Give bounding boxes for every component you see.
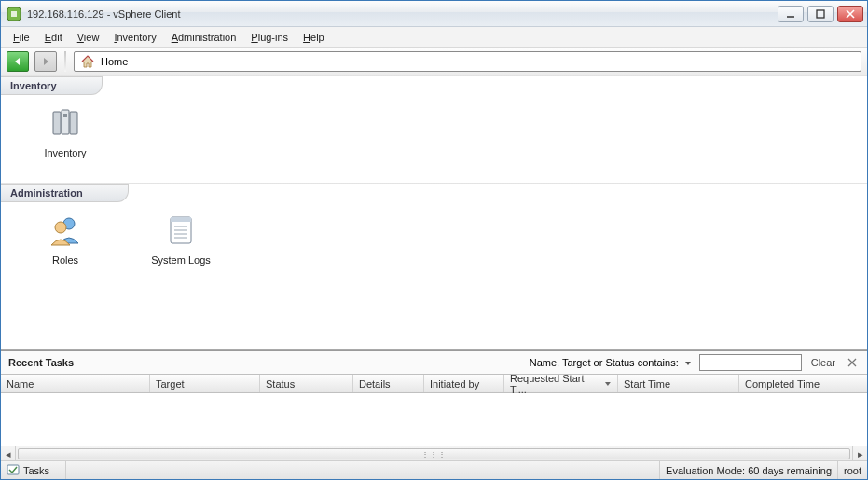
app-icon xyxy=(7,7,21,21)
grid-hscrollbar[interactable]: ◂ ⋮⋮⋮ ▸ xyxy=(1,446,867,460)
column-header[interactable]: Details xyxy=(353,375,424,392)
recent-tasks-close[interactable] xyxy=(845,355,860,370)
sort-desc-icon xyxy=(604,380,612,388)
scroll-left-icon[interactable]: ◂ xyxy=(1,446,16,461)
svg-rect-20 xyxy=(7,465,19,474)
filter-dropdown-icon[interactable] xyxy=(684,358,694,367)
recent-tasks-clear[interactable]: Clear xyxy=(807,357,839,368)
titlebar: 192.168.116.129 - vSphere Client xyxy=(1,1,867,27)
status-tasks-label: Tasks xyxy=(23,465,49,476)
nav-back-button[interactable] xyxy=(7,51,29,72)
section-administration: Administration Roles xyxy=(1,183,867,290)
column-header[interactable]: Start Time xyxy=(618,375,739,392)
launcher-roles-label: Roles xyxy=(52,254,78,266)
recent-tasks-grid: NameTargetStatusDetailsInitiated byReque… xyxy=(1,374,867,460)
launcher-inventory[interactable]: Inventory xyxy=(23,106,107,158)
toolbar-separator xyxy=(64,51,66,72)
grid-body xyxy=(1,393,867,446)
svg-rect-7 xyxy=(62,110,69,134)
menu-plugins[interactable]: Plug-ins xyxy=(244,30,295,45)
grid-header: NameTargetStatusDetailsInitiated byReque… xyxy=(1,375,867,393)
status-eval: Evaluation Mode: 60 days remaining xyxy=(660,461,838,479)
menubar: File Edit View Inventory Administration … xyxy=(1,27,867,48)
home-icon xyxy=(80,54,95,69)
section-administration-title: Administration xyxy=(1,184,129,202)
svg-rect-13 xyxy=(171,217,191,222)
svg-rect-1 xyxy=(11,11,17,17)
system-logs-icon xyxy=(164,213,198,249)
menu-file[interactable]: File xyxy=(7,30,36,45)
svg-rect-8 xyxy=(70,112,77,134)
recent-tasks-title: Recent Tasks xyxy=(8,357,74,368)
status-tasks[interactable]: Tasks xyxy=(1,461,66,479)
minimize-button[interactable] xyxy=(778,6,804,22)
roles-icon xyxy=(48,213,82,249)
recent-tasks-header: Recent Tasks Name, Target or Status cont… xyxy=(1,351,867,374)
scroll-right-icon[interactable]: ▸ xyxy=(852,446,867,461)
toolbar: Home xyxy=(1,48,867,75)
tasks-icon xyxy=(7,463,20,478)
section-inventory-title: Inventory xyxy=(1,76,103,95)
nav-forward-button[interactable] xyxy=(34,51,57,72)
launcher-system-logs-label: System Logs xyxy=(151,254,211,266)
window-buttons xyxy=(778,6,863,22)
menu-view[interactable]: View xyxy=(71,30,106,45)
menu-edit[interactable]: Edit xyxy=(38,30,69,45)
window-title: 192.168.116.129 - vSphere Client xyxy=(27,8,778,20)
status-user: root xyxy=(838,461,867,479)
svg-rect-9 xyxy=(63,114,67,117)
menu-inventory[interactable]: Inventory xyxy=(107,30,162,45)
close-button[interactable] xyxy=(837,6,863,22)
recent-tasks-panel: Recent Tasks Name, Target or Status cont… xyxy=(1,350,867,460)
section-inventory: Inventory Inventory xyxy=(1,75,867,183)
recent-tasks-filter-input[interactable] xyxy=(699,354,802,371)
column-header[interactable]: Initiated by xyxy=(424,375,504,392)
recent-tasks-filter-label: Name, Target or Status contains: xyxy=(530,357,679,368)
column-header[interactable]: Name xyxy=(1,375,150,392)
launcher-system-logs[interactable]: System Logs xyxy=(139,213,223,266)
svg-rect-6 xyxy=(53,112,61,134)
svg-rect-3 xyxy=(817,10,824,18)
launcher-roles[interactable]: Roles xyxy=(23,213,107,266)
column-header[interactable]: Completed Time xyxy=(739,375,849,392)
statusbar: Tasks Evaluation Mode: 60 days remaining… xyxy=(1,460,867,479)
content-area: Inventory Inventory Admini xyxy=(1,75,867,350)
column-header[interactable]: Target xyxy=(150,375,260,392)
menu-administration[interactable]: Administration xyxy=(165,30,243,45)
app-window: 192.168.116.129 - vSphere Client File Ed… xyxy=(0,0,868,480)
launcher-inventory-label: Inventory xyxy=(44,147,86,158)
breadcrumb[interactable]: Home xyxy=(74,51,861,72)
svg-point-11 xyxy=(55,222,66,233)
status-middle xyxy=(66,461,660,479)
breadcrumb-home: Home xyxy=(101,56,128,67)
column-header[interactable]: Requested Start Ti... xyxy=(504,375,618,392)
inventory-icon xyxy=(48,106,82,142)
maximize-button[interactable] xyxy=(807,6,834,22)
column-header[interactable]: Status xyxy=(260,375,353,392)
menu-help[interactable]: Help xyxy=(296,30,331,45)
scroll-thumb[interactable]: ⋮⋮⋮ xyxy=(18,448,850,459)
